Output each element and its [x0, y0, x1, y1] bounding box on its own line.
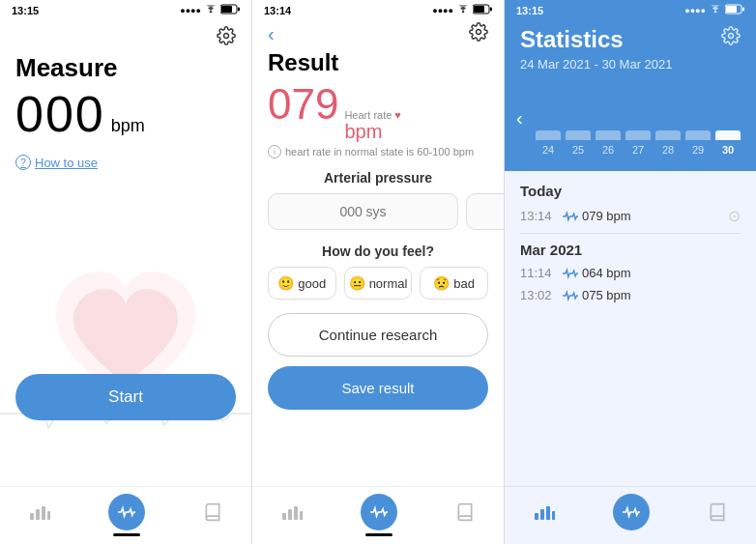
- mar-reading-value-2: 075 bpm: [563, 288, 741, 302]
- save-button[interactable]: Save result: [268, 366, 488, 410]
- chart-nav-left[interactable]: ‹: [516, 107, 523, 129]
- svg-rect-6: [42, 506, 45, 520]
- dia-input[interactable]: [466, 193, 504, 230]
- bar-24: 24: [536, 130, 561, 156]
- battery-icon-1: [220, 4, 240, 16]
- time-2: 13:14: [264, 5, 291, 16]
- stats-content: Today 13:14 079 bpm ⊙ Mar 2021 11:14 064…: [505, 171, 756, 486]
- bar-28: 28: [655, 130, 681, 156]
- info-icon: i: [268, 145, 281, 158]
- svg-rect-20: [535, 513, 538, 520]
- nav-stats-1[interactable]: [29, 503, 50, 521]
- measure-screen: 13:15 ●●●● Measure 000 bpm: [0, 0, 252, 544]
- nav-wave-1[interactable]: [108, 494, 145, 530]
- svg-rect-7: [47, 511, 50, 520]
- continue-button[interactable]: Continue research: [268, 313, 488, 357]
- nav-stats-3[interactable]: [534, 503, 555, 521]
- normal-range-text: heart rate in normal state is 60-100 bpm: [285, 146, 474, 157]
- arterial-pressure-label: Arterial pressure: [268, 170, 488, 186]
- svg-rect-9: [474, 6, 484, 13]
- today-reading-time-1: 13:14: [520, 209, 555, 223]
- feel-bad-label: bad: [453, 276, 475, 291]
- settings-icon-2[interactable]: [469, 22, 488, 45]
- status-icons-1: ●●●●: [180, 4, 240, 16]
- today-reading-1: 13:14 079 bpm ⊙: [520, 207, 741, 225]
- result-bpm-number: 079: [268, 80, 338, 129]
- nav-wave-circle-1[interactable]: [108, 494, 145, 530]
- feel-bad[interactable]: 😟 bad: [420, 267, 488, 300]
- svg-rect-21: [540, 509, 544, 520]
- nav-wave-2[interactable]: [361, 494, 397, 530]
- status-bar-1: 13:15 ●●●●: [0, 0, 251, 18]
- svg-rect-1: [221, 6, 232, 13]
- settings-icon-3[interactable]: [721, 26, 741, 49]
- feel-good-icon: 🙂: [277, 275, 294, 291]
- result-bpm-unit: bpm: [344, 121, 400, 143]
- stats-date-range: 24 Mar 2021 - 30 Mar 2021: [520, 57, 673, 72]
- status-bar-3: 13:15 ●●●●: [505, 0, 756, 18]
- bar-chart: 24 25 26 27 28: [536, 83, 741, 156]
- nav-book-1[interactable]: [203, 502, 222, 522]
- today-reading-bpm-1: 079 bpm: [582, 209, 631, 223]
- svg-rect-4: [30, 513, 34, 520]
- result-content: ‹ Result 079 Heart rate ♥ bpm i heart ra…: [252, 18, 504, 486]
- how-to-use-link[interactable]: ? How to use: [15, 155, 236, 170]
- chart-area: ‹ 24 25 26 27: [520, 83, 741, 156]
- start-button[interactable]: Start: [15, 374, 236, 420]
- nav-wave-circle-2[interactable]: [361, 494, 397, 530]
- signal-icon-1: ●●●●: [180, 6, 201, 15]
- settings-icon-1[interactable]: [217, 26, 236, 49]
- back-settings-row: ‹: [268, 22, 488, 45]
- bpm-unit: bpm: [111, 116, 145, 136]
- feel-normal-icon: 😐: [349, 275, 365, 291]
- measure-content: Measure 000 bpm ? How to use Start: [0, 18, 251, 486]
- pressure-row: [268, 193, 488, 230]
- feel-normal[interactable]: 😐 normal: [344, 267, 413, 300]
- signal-icon-2: ●●●●: [432, 6, 453, 15]
- svg-rect-12: [282, 513, 286, 520]
- battery-icon-2: [473, 4, 492, 16]
- question-icon: ?: [15, 155, 31, 170]
- feel-section: How do you feel? 🙂 good 😐 normal 😟 bad: [268, 243, 488, 300]
- nav-indicator-1: [113, 533, 140, 536]
- heart-emoji: ♥: [394, 109, 401, 121]
- bar-30: 30: [715, 130, 741, 156]
- result-bpm-row: 079 Heart rate ♥ bpm: [268, 80, 488, 143]
- today-label: Today: [520, 183, 741, 199]
- svg-rect-5: [36, 509, 40, 520]
- mar-reading-value-1: 064 bpm: [563, 266, 741, 280]
- bottom-nav-2: [252, 486, 504, 544]
- reading-menu-icon-1[interactable]: ⊙: [728, 207, 741, 225]
- wifi-icon-3: [709, 5, 722, 16]
- svg-rect-23: [552, 511, 555, 520]
- sys-input[interactable]: [268, 193, 458, 230]
- nav-wave-3[interactable]: [613, 494, 650, 530]
- svg-rect-15: [300, 511, 303, 520]
- statistics-screen: 13:15 ●●●● Statistics 24 Mar 2021 - 30 M…: [505, 0, 756, 544]
- nav-stats-2[interactable]: [281, 503, 303, 521]
- status-icons-3: ●●●●: [684, 4, 744, 16]
- feel-bad-icon: 😟: [433, 275, 450, 291]
- mar-reading-bpm-1: 064 bpm: [582, 266, 631, 280]
- nav-book-3[interactable]: [708, 502, 727, 522]
- bar-26: 26: [596, 130, 621, 156]
- bottom-nav-3: [505, 486, 756, 544]
- result-title: Result: [268, 49, 488, 76]
- svg-rect-10: [490, 8, 492, 12]
- back-button[interactable]: ‹: [268, 23, 275, 45]
- mar-reading-time-2: 13:02: [520, 288, 555, 302]
- bpm-number: 000: [15, 85, 105, 143]
- bar-29: 29: [685, 130, 711, 156]
- bpm-display: 000 bpm: [15, 85, 236, 143]
- feel-good[interactable]: 🙂 good: [268, 267, 336, 300]
- nav-book-2[interactable]: [455, 502, 475, 522]
- settings-row-1: [15, 26, 236, 49]
- nav-wave-circle-3[interactable]: [613, 494, 650, 530]
- status-bar-2: 13:14 ●●●●: [252, 0, 504, 18]
- today-reading-value-1: 079 bpm: [563, 209, 728, 223]
- svg-point-11: [477, 30, 481, 35]
- bar-25: 25: [566, 130, 591, 156]
- svg-rect-13: [288, 509, 292, 520]
- feel-normal-label: normal: [369, 276, 408, 291]
- svg-rect-17: [726, 6, 737, 13]
